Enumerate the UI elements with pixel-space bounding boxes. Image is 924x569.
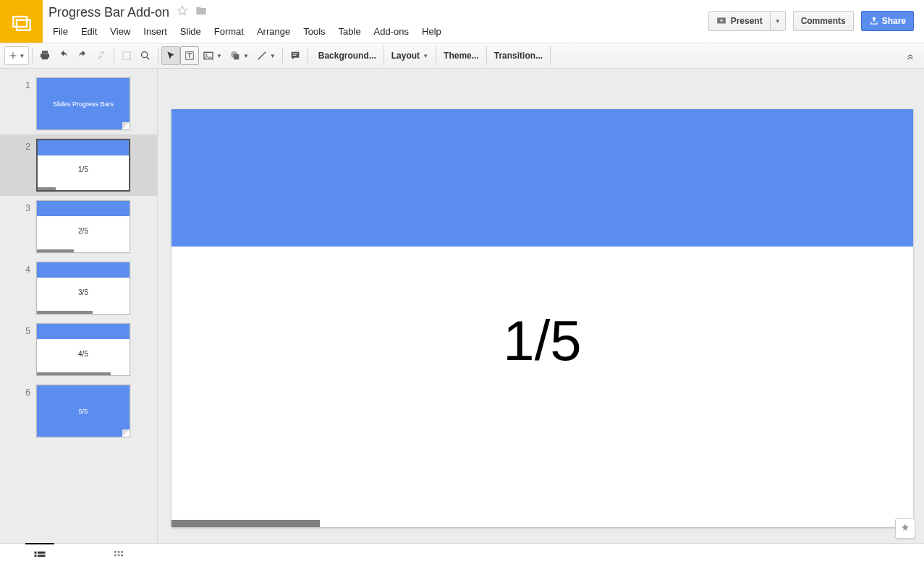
- menu-add-ons[interactable]: Add-ons: [368, 24, 415, 39]
- menu-bar: FileEditViewInsertSlideFormatArrangeTool…: [47, 22, 708, 40]
- menu-edit[interactable]: Edit: [75, 24, 103, 39]
- svg-rect-3: [123, 52, 131, 60]
- svg-rect-11: [38, 551, 46, 553]
- fold-icon: [122, 429, 130, 437]
- redo-button[interactable]: [73, 46, 92, 65]
- thumbnail-number: 3: [0, 200, 36, 213]
- view-indicator: [25, 543, 54, 544]
- svg-rect-0: [13, 17, 27, 27]
- undo-button[interactable]: [54, 46, 73, 65]
- thumbnail-row[interactable]: 43/5: [0, 257, 157, 319]
- svg-point-7: [205, 54, 207, 56]
- slides-logo[interactable]: [0, 0, 43, 43]
- grid-view-icon[interactable]: [109, 545, 129, 568]
- slide-text: 1/5: [171, 308, 913, 374]
- image-tool[interactable]: ▼: [199, 46, 226, 65]
- present-button[interactable]: Present: [708, 11, 771, 31]
- present-button-group: Present ▼: [708, 11, 786, 31]
- select-tool[interactable]: [161, 46, 180, 65]
- svg-rect-1: [17, 20, 30, 30]
- zoom-button[interactable]: [136, 46, 155, 65]
- document-title[interactable]: Progress Bar Add-on: [48, 5, 169, 20]
- thumb-progress-bar: [37, 311, 93, 314]
- slide-thumbnails: 1Slides Progress Bars21/532/543/554/565/…: [0, 69, 158, 543]
- fold-icon: [122, 122, 130, 129]
- main-slide[interactable]: 1/5: [171, 109, 913, 527]
- thumbnail-row[interactable]: 32/5: [0, 196, 157, 257]
- svg-rect-16: [121, 551, 123, 553]
- menu-help[interactable]: Help: [416, 24, 447, 39]
- present-dropdown[interactable]: ▼: [771, 11, 786, 31]
- text-box-tool[interactable]: [180, 46, 199, 65]
- toolbar: ▼ ▼ ▼ ▼ Background... Layout▼ Th: [0, 43, 924, 69]
- svg-point-4: [142, 52, 148, 58]
- thumbnail-row[interactable]: 54/5: [0, 319, 157, 380]
- menu-slide[interactable]: Slide: [174, 24, 207, 39]
- paint-format-button: [92, 46, 111, 65]
- svg-rect-13: [38, 555, 46, 557]
- svg-rect-19: [121, 554, 123, 556]
- shape-tool[interactable]: ▼: [226, 46, 253, 65]
- background-button[interactable]: Background...: [311, 46, 384, 65]
- print-button[interactable]: [35, 46, 54, 65]
- thumb-label: 2/5: [37, 227, 130, 235]
- thumbnail[interactable]: Slides Progress Bars: [36, 77, 130, 130]
- thumb-banner: [37, 201, 130, 216]
- thumbnail-number: 2: [0, 139, 36, 152]
- menu-arrange[interactable]: Arrange: [251, 24, 296, 39]
- footer: [0, 543, 924, 569]
- folder-icon[interactable]: [195, 5, 207, 20]
- svg-rect-17: [114, 554, 116, 556]
- share-button[interactable]: Share: [861, 11, 914, 31]
- menu-tools[interactable]: Tools: [297, 24, 331, 39]
- thumb-banner: [37, 262, 130, 278]
- new-slide-button[interactable]: ▼: [4, 46, 29, 65]
- thumbnail[interactable]: 1/5: [36, 139, 130, 192]
- thumbnail-number: 6: [0, 385, 36, 398]
- svg-rect-12: [35, 555, 37, 557]
- comments-button[interactable]: Comments: [793, 11, 854, 31]
- menu-file[interactable]: File: [47, 24, 74, 39]
- thumb-label: 3/5: [37, 288, 130, 296]
- menu-format[interactable]: Format: [208, 24, 250, 39]
- thumbnail[interactable]: 2/5: [36, 200, 130, 253]
- thumb-banner: [38, 140, 129, 155]
- thumbnail-number: 1: [0, 77, 36, 90]
- zoom-fit-button: [117, 46, 136, 65]
- thumbnail-number: 4: [0, 262, 36, 275]
- filmstrip-view-icon[interactable]: [29, 546, 51, 568]
- svg-rect-18: [118, 554, 120, 556]
- thumb-progress-bar: [37, 249, 74, 252]
- menu-view[interactable]: View: [104, 24, 136, 39]
- thumbnail-number: 5: [0, 323, 36, 336]
- svg-rect-9: [234, 54, 239, 59]
- thumbnail[interactable]: 5/5: [36, 385, 130, 437]
- thumb-title: Slides Progress Bars: [37, 100, 130, 108]
- slide-banner: [171, 109, 913, 247]
- thumb-progress-bar: [37, 372, 111, 375]
- star-icon[interactable]: [177, 5, 188, 20]
- menu-table[interactable]: Table: [333, 24, 367, 39]
- canvas-area: 1/5: [158, 69, 924, 543]
- thumb-label: 4/5: [37, 350, 130, 358]
- svg-rect-15: [118, 551, 120, 553]
- thumbnail[interactable]: 4/5: [36, 323, 130, 376]
- comment-tool[interactable]: [286, 46, 305, 65]
- layout-button[interactable]: Layout▼: [384, 46, 436, 65]
- line-tool[interactable]: ▼: [253, 46, 279, 65]
- thumb-title: 5/5: [37, 408, 130, 415]
- transition-button[interactable]: Transition...: [487, 46, 551, 65]
- explore-button[interactable]: [895, 518, 915, 539]
- thumb-banner: [37, 324, 130, 339]
- thumbnail-row[interactable]: 21/5: [0, 134, 157, 196]
- thumb-progress-bar: [38, 187, 56, 190]
- thumbnail-row[interactable]: 65/5: [0, 380, 157, 442]
- collapse-toolbar-icon[interactable]: [901, 46, 920, 65]
- menu-insert[interactable]: Insert: [137, 24, 173, 39]
- present-label: Present: [731, 16, 763, 26]
- thumbnail[interactable]: 3/5: [36, 262, 130, 315]
- thumbnail-row[interactable]: 1Slides Progress Bars: [0, 73, 157, 134]
- theme-button[interactable]: Theme...: [436, 46, 487, 65]
- svg-rect-10: [35, 551, 37, 553]
- slide-progress-bar: [171, 520, 320, 527]
